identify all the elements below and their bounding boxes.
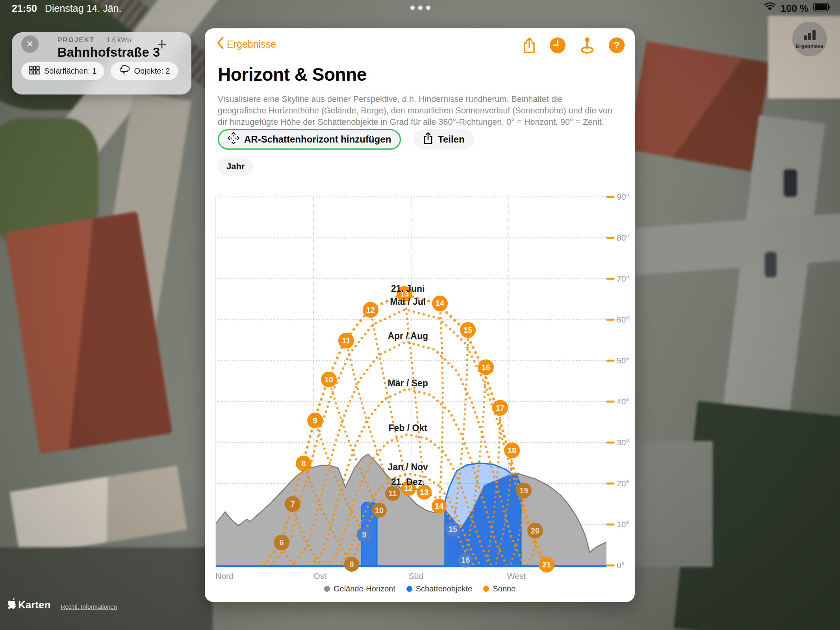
legend-item: Sonne (483, 584, 515, 593)
sun-hour-badge: 7 (285, 496, 300, 512)
svg-text:16: 16 (461, 556, 470, 564)
elevation-tick-label: 0° (617, 561, 625, 570)
svg-text:8: 8 (301, 459, 306, 468)
project-title: Bahnhofstraße 3 (57, 45, 160, 60)
svg-text:14: 14 (435, 502, 444, 510)
legend-dot (406, 586, 412, 592)
solar-areas-label: Solarflächen: 1 (44, 67, 96, 76)
svg-text:13: 13 (420, 488, 428, 497)
maps-brand: Karten (8, 598, 50, 611)
results-button-label: Ergebnisse (796, 43, 823, 49)
sun-hour-badge: 11 (385, 486, 400, 501)
elevation-tick-label: 80° (617, 233, 629, 242)
project-card: ✕ PROJEKT 1.6 kWp Bahnhofstraße 3 + Sola… (12, 32, 191, 94)
azimuth-label: Ost (313, 571, 326, 580)
objects-pill[interactable]: Objekte: 2 (111, 62, 178, 80)
svg-text:18: 18 (508, 446, 516, 455)
elevation-tick-label: 10° (617, 520, 629, 529)
svg-text:10: 10 (375, 506, 384, 515)
svg-text:11: 11 (342, 336, 350, 345)
battery-percent: 100 % (781, 3, 808, 14)
svg-text:12: 12 (366, 306, 375, 314)
horizon-sun-sheet: Ergebnisse ? Horizont & Sonne Visualisie… (205, 28, 635, 602)
sun-hour-badge: 14 (432, 498, 447, 513)
svg-text:14: 14 (436, 299, 445, 308)
elevation-tick-label: 20° (617, 479, 629, 488)
apple-logo-icon (8, 598, 17, 611)
solar-areas-pill[interactable]: Solarflächen: 1 (21, 62, 104, 80)
svg-text:19: 19 (519, 486, 528, 495)
legend-label: Sonne (493, 584, 515, 593)
sun-hour-badge: 12 (363, 302, 378, 318)
app-screen: 21:50 Dienstag 14. Jän. 100 % ✕ PROJEKT … (0, 0, 840, 630)
add-button[interactable]: + (152, 35, 172, 54)
objects-label: Objekte: 2 (134, 67, 170, 76)
sun-hour-badge: 8 (296, 456, 312, 471)
project-power: 1.6 kWp (106, 36, 131, 44)
plus-icon: + (157, 35, 167, 54)
svg-text:17: 17 (496, 404, 504, 412)
svg-text:9: 9 (362, 530, 366, 539)
wifi-icon (764, 2, 776, 14)
sun-hour-badge: 10 (372, 503, 387, 518)
close-project-button[interactable]: ✕ (21, 35, 39, 53)
azimuth-label: Süd (409, 571, 423, 580)
tree-icon (119, 65, 130, 77)
status-bar: 21:50 Dienstag 14. Jän. 100 % (0, 0, 840, 17)
legend-item: Gelände-Horizont (324, 584, 395, 593)
legend-dot (324, 586, 330, 592)
sun-path-chart[interactable]: 6788991010111112121313141415151616171819… (205, 28, 635, 602)
sun-hour-badge: 6 (274, 535, 289, 550)
legend-item: Schattenobjekte (406, 584, 472, 593)
elevation-tick-label: 50° (617, 356, 629, 365)
solar-grid-icon (29, 65, 40, 77)
sun-hour-badge: 16 (478, 359, 494, 375)
sun-arc-label: Apr / Aug (388, 331, 428, 341)
svg-text:8: 8 (349, 560, 354, 569)
sun-hour-badge: 10 (321, 372, 337, 387)
sun-arc-label: Mär / Sep (388, 378, 428, 388)
elevation-tick-label: 40° (617, 397, 629, 406)
svg-text:20: 20 (531, 526, 540, 535)
results-button[interactable]: Ergebnisse (792, 22, 827, 56)
sun-hour-badge: 15 (445, 522, 460, 537)
sun-hour-badge: 18 (504, 443, 520, 458)
sun-arc-label: Feb / Okt (389, 423, 428, 433)
maps-brand-label: Karten (18, 599, 50, 611)
svg-text:21: 21 (542, 560, 551, 569)
legal-info-link[interactable]: Rechtl. Informationen (61, 603, 117, 610)
sun-hour-badge: 11 (338, 333, 354, 348)
sun-hour-badge: 16 (458, 552, 473, 567)
elevation-tick-label: 90° (617, 192, 629, 201)
legend-dot (483, 586, 489, 592)
elevation-tick-label: 60° (617, 315, 629, 324)
legend-label: Schattenobjekte (416, 584, 472, 593)
sun-hour-badge: 21 (539, 557, 554, 573)
multitask-dots-icon[interactable] (410, 6, 430, 10)
clock-time: 21:50 (12, 3, 37, 14)
sun-arc-label: 21. Juni (391, 284, 425, 294)
svg-text:15: 15 (464, 326, 472, 334)
elevation-tick-label: 70° (617, 274, 629, 283)
project-label: PROJEKT (57, 36, 95, 44)
sun-hour-badge: 8 (344, 557, 359, 572)
svg-text:15: 15 (449, 525, 457, 534)
svg-text:6: 6 (279, 538, 284, 547)
svg-text:7: 7 (291, 500, 295, 508)
sun-hour-badge: 17 (492, 400, 508, 416)
svg-text:16: 16 (482, 363, 490, 372)
sun-arc-label: Mai / Jul (390, 296, 426, 307)
sun-hour-badge: 19 (516, 483, 532, 498)
chart-legend: Gelände-HorizontSchattenobjekteSonne (205, 584, 635, 593)
sun-hour-badge: 9 (357, 527, 372, 542)
svg-text:10: 10 (325, 375, 333, 384)
azimuth-label: Nord (215, 571, 234, 580)
close-icon: ✕ (26, 39, 33, 49)
svg-text:11: 11 (389, 489, 397, 498)
sun-hour-badge: 20 (527, 523, 543, 539)
sun-hour-badge: 14 (432, 295, 448, 311)
sun-hour-badge: 9 (307, 413, 323, 428)
sun-hour-badge: 15 (460, 322, 476, 338)
azimuth-label: West (507, 571, 526, 580)
bar-chart-icon (803, 29, 817, 42)
